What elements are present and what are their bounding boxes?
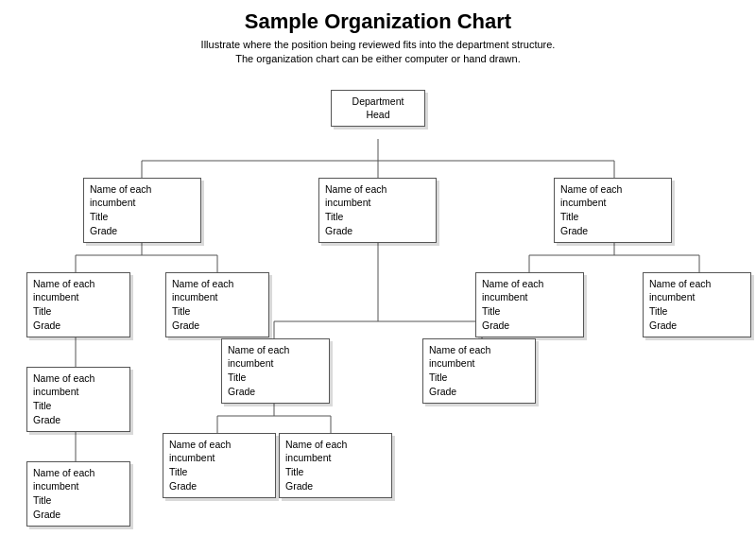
box-l3-cl: Name of each incumbentTitleGrade — [221, 338, 330, 404]
page-title: Sample Organization Chart — [19, 9, 737, 34]
box-l4-left: Name of each incumbentTitleGrade — [26, 461, 130, 527]
box-l2-ll: Name of each incumbentTitleGrade — [26, 272, 130, 337]
box-l1-left: Name of each incumbentTitleGrade — [83, 178, 201, 243]
box-l4-cl: Name of each incumbentTitleGrade — [163, 433, 276, 498]
box-l3-cr: Name of each incumbentTitleGrade — [422, 338, 536, 404]
subtitle: Illustrate where the position being revi… — [19, 38, 737, 67]
page: Sample Organization Chart Illustrate whe… — [0, 0, 756, 90]
box-l2-lr: Name of each incumbentTitleGrade — [165, 272, 269, 337]
box-l1-right: Name of each incumbentTitleGrade — [554, 178, 672, 243]
box-l2-rl: Name of each incumbentTitleGrade — [475, 272, 584, 337]
box-l3-left: Name of each incumbentTitleGrade — [26, 367, 130, 432]
box-l2-rr: Name of each incumbentTitleGrade — [643, 272, 751, 337]
box-l1-center: Name of each incumbentTitleGrade — [318, 178, 437, 243]
box-l4-cr: Name of each incumbentTitleGrade — [279, 433, 392, 498]
box-dept-head: Department Head — [331, 90, 425, 127]
